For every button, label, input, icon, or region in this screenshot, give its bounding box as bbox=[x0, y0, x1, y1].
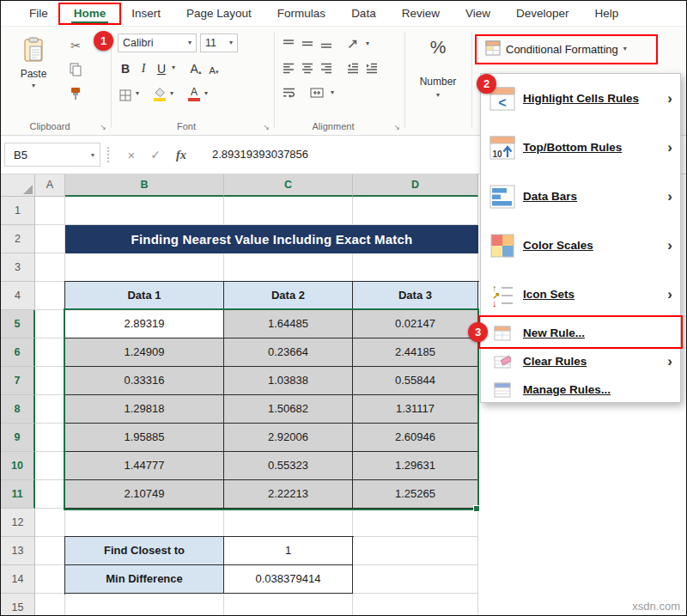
formula-bar-resize-handle[interactable] bbox=[107, 147, 109, 162]
row-header-2[interactable]: 2 bbox=[1, 225, 35, 253]
select-all-corner[interactable] bbox=[1, 174, 35, 197]
tab-home[interactable]: Home bbox=[61, 1, 119, 26]
cell-D9[interactable]: 2.60946 bbox=[353, 424, 478, 452]
cell-B5[interactable]: 2.89319 bbox=[65, 310, 224, 338]
cell-C4[interactable]: Data 2 bbox=[224, 282, 353, 310]
row-header-13[interactable]: 13 bbox=[1, 537, 35, 565]
caret-down-icon[interactable]: ▾ bbox=[172, 64, 175, 71]
fill-handle[interactable] bbox=[473, 505, 480, 512]
increase-indent-icon[interactable] bbox=[366, 63, 378, 74]
menu-item-clear-rules[interactable]: Clear Rules › bbox=[481, 347, 680, 375]
cell-C9[interactable]: 2.92006 bbox=[224, 424, 353, 452]
tab-data[interactable]: Data bbox=[338, 1, 389, 26]
font-name-select[interactable]: Calibri ▾ bbox=[118, 34, 197, 52]
cell-C11[interactable]: 2.22213 bbox=[224, 480, 353, 509]
increase-font-size-button[interactable]: A▴ bbox=[188, 58, 204, 77]
paste-button[interactable]: Paste ▾ bbox=[11, 34, 56, 118]
tab-view[interactable]: View bbox=[453, 1, 503, 26]
sheet-title-cell[interactable]: Finding Nearest Value Including Exact Ma… bbox=[65, 225, 478, 253]
cut-scissors-icon[interactable]: ✂ bbox=[64, 35, 87, 56]
copy-icon[interactable] bbox=[64, 59, 87, 80]
decrease-font-size-button[interactable]: A▾ bbox=[206, 58, 222, 77]
menu-item-icon-sets[interactable]: ↑↗↓ Icon Sets › bbox=[481, 270, 680, 319]
tab-formulas[interactable]: Formulas bbox=[264, 1, 338, 26]
row-header-1[interactable]: 1 bbox=[1, 197, 35, 225]
cell-B4[interactable]: Data 1 bbox=[65, 282, 224, 310]
align-right-icon[interactable] bbox=[320, 63, 332, 74]
tab-help[interactable]: Help bbox=[582, 1, 632, 26]
cell-D10[interactable]: 1.29631 bbox=[353, 452, 478, 480]
caret-down-icon[interactable]: ▾ bbox=[404, 91, 471, 99]
cell-B11[interactable]: 2.10749 bbox=[65, 480, 224, 509]
menu-item-data-bars[interactable]: Data Bars › bbox=[481, 172, 680, 221]
ribbon-group-number[interactable]: % Number ▾ bbox=[404, 27, 471, 135]
row-header-5[interactable]: 5 bbox=[1, 310, 35, 338]
row-header-7[interactable]: 7 bbox=[1, 367, 35, 395]
cell-C5[interactable]: 1.64485 bbox=[224, 310, 353, 338]
font-color-button[interactable]: A bbox=[186, 84, 202, 103]
align-top-icon[interactable] bbox=[283, 39, 295, 49]
cell-C14[interactable]: 0.038379414 bbox=[224, 565, 353, 594]
cell-B8[interactable]: 1.29818 bbox=[65, 395, 224, 424]
menu-item-top-bottom-rules[interactable]: 10 Top/Bottom Rules › bbox=[481, 123, 680, 172]
cell-D8[interactable]: 1.31117 bbox=[353, 395, 478, 424]
row-header-10[interactable]: 10 bbox=[1, 452, 35, 480]
caret-down-icon[interactable]: ▾ bbox=[136, 90, 139, 97]
italic-button[interactable]: I bbox=[136, 58, 151, 77]
menu-item-manage-rules[interactable]: Manage Rules... bbox=[481, 375, 680, 404]
tab-page-layout[interactable]: Page Layout bbox=[173, 1, 264, 26]
wrap-text-icon[interactable] bbox=[283, 88, 295, 98]
row-header-12[interactable]: 12 bbox=[1, 509, 35, 537]
enter-icon[interactable]: ✓ bbox=[145, 143, 166, 167]
format-painter-icon[interactable] bbox=[64, 83, 87, 104]
underline-button[interactable]: U bbox=[154, 58, 169, 77]
caret-down-icon[interactable]: ▾ bbox=[170, 90, 173, 97]
row-header-14[interactable]: 14 bbox=[1, 565, 35, 594]
name-box-caret-icon[interactable]: ▾ bbox=[91, 151, 94, 159]
row-header-6[interactable]: 6 bbox=[1, 338, 35, 367]
column-header-C[interactable]: C bbox=[224, 174, 353, 197]
cell-B6[interactable]: 1.24909 bbox=[65, 338, 224, 367]
cell-C13[interactable]: 1 bbox=[224, 537, 353, 565]
dialog-launcher-icon[interactable]: ↘ bbox=[393, 124, 400, 131]
align-bottom-icon[interactable] bbox=[320, 39, 332, 49]
tab-review[interactable]: Review bbox=[389, 1, 453, 26]
cell-D6[interactable]: 2.44185 bbox=[353, 338, 478, 367]
cell-C6[interactable]: 0.23664 bbox=[224, 338, 353, 367]
fill-color-button[interactable] bbox=[152, 84, 167, 103]
decrease-indent-icon[interactable] bbox=[347, 63, 359, 74]
column-header-B[interactable]: B bbox=[65, 174, 224, 197]
caret-down-icon[interactable]: ▾ bbox=[366, 40, 369, 47]
cell-B9[interactable]: 1.95885 bbox=[65, 424, 224, 452]
merge-center-icon[interactable] bbox=[310, 88, 324, 98]
name-box[interactable]: B5 ▾ bbox=[4, 143, 100, 167]
tab-developer[interactable]: Developer bbox=[503, 1, 582, 26]
column-header-D[interactable]: D bbox=[353, 174, 478, 197]
row-header-9[interactable]: 9 bbox=[1, 424, 35, 452]
row-header-15[interactable]: 15 bbox=[1, 594, 35, 616]
menu-item-new-rule[interactable]: New Rule... bbox=[481, 319, 680, 347]
cell-C8[interactable]: 1.50682 bbox=[224, 395, 353, 424]
cell-B7[interactable]: 0.33316 bbox=[65, 367, 224, 395]
cell-B14[interactable]: Min Difference bbox=[65, 565, 224, 594]
menu-item-highlight-cells-rules[interactable]: < Highlight Cells Rules › bbox=[481, 74, 680, 123]
cell-D4[interactable]: Data 3 bbox=[353, 282, 478, 310]
bold-button[interactable]: B bbox=[118, 58, 133, 77]
conditional-formatting-button[interactable]: Conditional Formatting ▾ bbox=[480, 37, 632, 61]
dialog-launcher-icon[interactable]: ↘ bbox=[100, 124, 106, 131]
orientation-icon[interactable] bbox=[347, 38, 359, 50]
cell-B10[interactable]: 1.44777 bbox=[65, 452, 224, 480]
cell-D7[interactable]: 0.55844 bbox=[353, 367, 478, 395]
cell-C10[interactable]: 0.55323 bbox=[224, 452, 353, 480]
row-header-8[interactable]: 8 bbox=[1, 395, 35, 424]
insert-function-icon[interactable]: fx bbox=[171, 143, 192, 167]
cell-B13[interactable]: Find Closest to bbox=[65, 537, 224, 565]
font-size-select[interactable]: 11 ▾ bbox=[200, 34, 238, 52]
borders-button[interactable] bbox=[118, 84, 133, 103]
align-middle-icon[interactable] bbox=[301, 39, 313, 49]
cancel-icon[interactable]: × bbox=[121, 143, 142, 167]
dialog-launcher-icon[interactable]: ↘ bbox=[263, 124, 270, 131]
formula-input[interactable]: 2.89319393037856 bbox=[212, 143, 308, 167]
tab-file[interactable]: File bbox=[16, 1, 61, 26]
cell-D11[interactable]: 1.25265 bbox=[353, 480, 478, 509]
